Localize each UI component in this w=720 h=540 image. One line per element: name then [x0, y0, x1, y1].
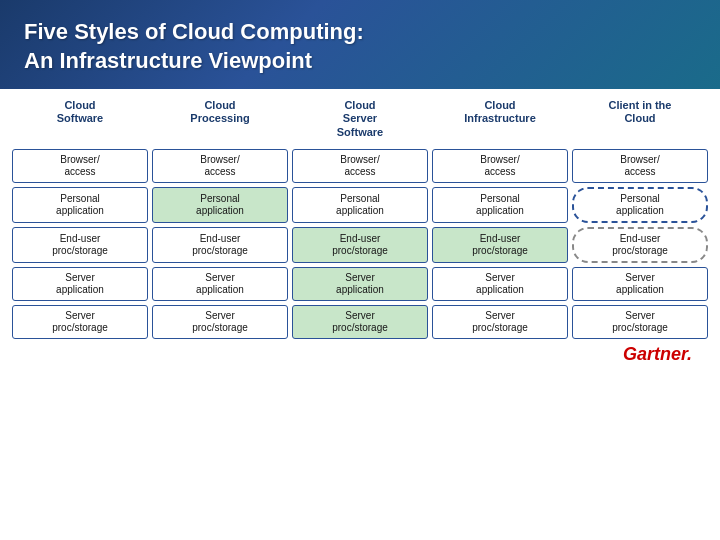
cell-serverapp-5: Serverapplication [572, 267, 708, 301]
col-header-4: CloudInfrastructure [432, 99, 568, 145]
page-title: Five Styles of Cloud Computing: An Infra… [24, 18, 696, 75]
col-header-2: CloudProcessing [152, 99, 288, 145]
cell-browser-1: Browser/access [12, 149, 148, 183]
row-serverproc: Serverproc/storage Serverproc/storage Se… [12, 305, 708, 339]
cell-personal-5: Personalapplication [572, 187, 708, 223]
cell-serverapp-4: Serverapplication [432, 267, 568, 301]
column-headers: CloudSoftware CloudProcessing CloudServe… [12, 99, 708, 145]
col-header-3: CloudServerSoftware [292, 99, 428, 145]
diagram-area: CloudSoftware CloudProcessing CloudServe… [12, 99, 708, 373]
cell-personal-3: Personalapplication [292, 187, 428, 223]
cell-browser-4: Browser/access [432, 149, 568, 183]
cell-browser-2: Browser/access [152, 149, 288, 183]
cell-serverproc-2: Serverproc/storage [152, 305, 288, 339]
row-browser: Browser/access Browser/access Browser/ac… [12, 149, 708, 183]
page-header: Five Styles of Cloud Computing: An Infra… [0, 0, 720, 89]
cell-enduser-5: End-userproc/storage [572, 227, 708, 263]
col-header-5: Client in theCloud [572, 99, 708, 145]
cell-enduser-1: End-userproc/storage [12, 227, 148, 263]
cell-personal-1: Personalapplication [12, 187, 148, 223]
cell-serverapp-1: Serverapplication [12, 267, 148, 301]
cell-personal-2: Personalapplication [152, 187, 288, 223]
gartner-logo: Gartner. [623, 344, 692, 365]
cell-browser-3: Browser/access [292, 149, 428, 183]
cell-serverproc-4: Serverproc/storage [432, 305, 568, 339]
cell-serverapp-3: Serverapplication [292, 267, 428, 301]
cell-browser-5: Browser/access [572, 149, 708, 183]
cell-serverproc-5: Serverproc/storage [572, 305, 708, 339]
main-content: CloudSoftware CloudProcessing CloudServe… [0, 89, 720, 540]
row-personal: Personalapplication Personalapplication … [12, 187, 708, 223]
cell-serverproc-1: Serverproc/storage [12, 305, 148, 339]
cell-enduser-4: End-userproc/storage [432, 227, 568, 263]
cell-serverproc-3: Serverproc/storage [292, 305, 428, 339]
row-enduser: End-userproc/storage End-userproc/storag… [12, 227, 708, 263]
cell-enduser-3: End-userproc/storage [292, 227, 428, 263]
cell-serverapp-2: Serverapplication [152, 267, 288, 301]
cell-enduser-2: End-userproc/storage [152, 227, 288, 263]
row-serverapp: Serverapplication Serverapplication Serv… [12, 267, 708, 301]
cell-personal-4: Personalapplication [432, 187, 568, 223]
col-header-1: CloudSoftware [12, 99, 148, 145]
